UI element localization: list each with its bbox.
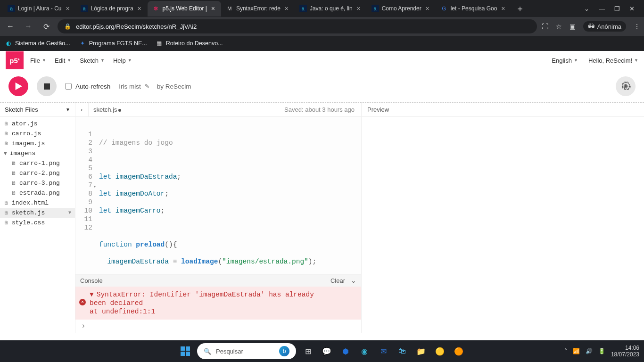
chevron-down-icon[interactable]: ⌄	[351, 277, 356, 284]
collapse-panel-button[interactable]: ‹	[75, 103, 89, 117]
pencil-icon[interactable]: ✎	[145, 83, 149, 90]
forward-button[interactable]: →	[22, 20, 35, 33]
browser-tab[interactable]: a Login | Alura - Cu ×	[3, 1, 76, 16]
tray-chevron-icon[interactable]: ˄	[564, 348, 567, 354]
file-item[interactable]: 🗎estrada.png	[0, 188, 75, 198]
maximize-icon[interactable]: ❐	[614, 5, 620, 12]
bing-icon[interactable]: b	[279, 346, 289, 356]
edge-icon[interactable]: ◉	[357, 344, 372, 358]
wifi-icon[interactable]: 📶	[573, 348, 580, 354]
code-editor[interactable]: 1234567▾89101112 // imagens do jogo let …	[75, 117, 361, 274]
file-item[interactable]: 🗎carro-2.png	[0, 168, 75, 178]
browser-tab-active[interactable]: ✲ p5.js Web Editor | ×	[148, 1, 221, 16]
browser-tab[interactable]: a Como Aprender ×	[367, 1, 436, 16]
mail-icon[interactable]: ✉	[376, 344, 390, 358]
chevron-down-icon[interactable]: ▼	[68, 210, 71, 215]
chevron-down-icon[interactable]: ⌄	[584, 5, 589, 12]
bookmark-item[interactable]: ✦ Programa FGTS NE...	[79, 40, 147, 47]
battery-icon[interactable]: 🔋	[598, 348, 605, 354]
chrome-icon[interactable]: 🟡	[433, 344, 447, 358]
reload-button[interactable]: ⟳	[40, 20, 53, 33]
file-item[interactable]: 🗎carro.js	[0, 129, 75, 139]
close-icon[interactable]: ×	[210, 5, 216, 12]
file-item-active[interactable]: 🗎sketch.js▼	[0, 208, 75, 218]
dropbox-icon[interactable]: ⬢	[339, 344, 353, 358]
close-icon[interactable]: ×	[65, 5, 71, 12]
file-icon: 🗎	[4, 121, 9, 127]
tab-title: Como Aprender	[382, 5, 421, 12]
new-tab-button[interactable]: ＋	[511, 3, 529, 14]
file-item[interactable]: 🗎imagem.js	[0, 139, 75, 148]
checkbox-icon[interactable]	[65, 83, 72, 90]
play-button[interactable]	[8, 76, 28, 96]
sidepanel-icon[interactable]: ▣	[570, 23, 576, 30]
close-window-icon[interactable]: ✕	[629, 5, 635, 12]
folder-item[interactable]: ▼imagens	[0, 148, 75, 158]
browser-tab[interactable]: a Java: o que é, lin ×	[295, 1, 367, 16]
chevron-down-icon[interactable]: ▼	[66, 107, 70, 112]
stop-button[interactable]	[37, 76, 57, 96]
bookmark-icon: ✦	[79, 40, 86, 47]
browser-tab[interactable]: G let - Pesquisa Goo ×	[436, 1, 512, 16]
bookmark-icon: ▦	[156, 40, 163, 47]
task-view-icon[interactable]: ⊞	[301, 344, 315, 358]
star-icon[interactable]: ☆	[556, 23, 562, 30]
kebab-menu-icon[interactable]: ⋮	[634, 23, 640, 30]
menu-sketch[interactable]: Sketch▼	[80, 57, 105, 64]
author-label: by ReSecim	[157, 83, 191, 90]
chat-icon[interactable]: 💬	[320, 344, 334, 358]
bookmarks-bar: ◐ Sistema de Gestão... ✦ Programa FGTS N…	[0, 36, 644, 51]
search-icon: 🔍	[204, 348, 211, 355]
browser-tab[interactable]: a Lógica de progra ×	[76, 1, 148, 16]
browser-tab[interactable]: M SyntaxError: rede ×	[221, 1, 295, 16]
file-item[interactable]: 🗎carro-3.png	[0, 178, 75, 188]
profile-chip[interactable]: 🕶 Anônima	[583, 21, 626, 32]
console-input[interactable]: ›	[75, 320, 361, 333]
start-button[interactable]	[178, 344, 192, 358]
incognito-icon: 🕶	[588, 23, 594, 30]
explorer-icon[interactable]: 📁	[414, 344, 428, 358]
close-icon[interactable]: ×	[424, 5, 431, 12]
settings-button[interactable]	[616, 76, 636, 96]
mdn-icon: M	[226, 5, 233, 12]
store-icon[interactable]: 🛍	[395, 344, 409, 358]
menu-file[interactable]: File▼	[30, 57, 46, 64]
chrome-canary-icon[interactable]: 🟠	[452, 344, 466, 358]
close-icon[interactable]: ×	[136, 5, 143, 12]
file-icon: 🗎	[4, 220, 9, 226]
bookmark-item[interactable]: ▦ Roteiro do Desenvo...	[156, 40, 223, 47]
file-icon: 🗎	[11, 170, 17, 176]
menu-edit[interactable]: Edit▼	[55, 57, 71, 64]
close-icon[interactable]: ×	[500, 5, 506, 12]
minimize-icon[interactable]: ―	[599, 5, 605, 12]
menu-help[interactable]: Help▼	[113, 57, 132, 64]
console-title: Console	[80, 277, 103, 284]
p5-logo[interactable]: p5*	[6, 51, 24, 69]
menu-language[interactable]: English▼	[552, 57, 578, 64]
file-item[interactable]: 🗎style.css	[0, 218, 75, 228]
file-item[interactable]: 🗎carro-1.png	[0, 158, 75, 168]
bookmark-item[interactable]: ◐ Sistema de Gestão...	[5, 40, 70, 47]
clear-console-button[interactable]: Clear	[330, 277, 345, 284]
sketch-files-header[interactable]: Sketch Files ▼	[0, 103, 75, 117]
file-icon: 🗎	[4, 140, 9, 147]
svg-marker-0	[16, 82, 22, 90]
volume-icon[interactable]: 🔊	[586, 348, 593, 354]
close-icon[interactable]: ×	[283, 5, 290, 12]
translate-icon[interactable]: ⛶	[542, 23, 548, 30]
error-icon: ✕	[79, 299, 86, 305]
sketch-name-label[interactable]: Iris mist	[119, 83, 141, 90]
close-icon[interactable]: ×	[355, 5, 362, 12]
file-item[interactable]: 🗎index.html	[0, 198, 75, 208]
file-item[interactable]: 🗎ator.js	[0, 119, 75, 129]
clock[interactable]: 14:06 18/07/2023	[611, 345, 639, 358]
menu-user[interactable]: Hello, ReSecim!▼	[588, 57, 638, 64]
back-button[interactable]: ←	[4, 20, 17, 33]
taskbar-search[interactable]: 🔍 Pesquisar b	[197, 343, 296, 359]
address-bar[interactable]: 🔒 editor.p5js.org/ReSecim/sketches/nR_Jj…	[58, 19, 537, 33]
svg-rect-2	[181, 346, 185, 351]
auto-refresh-toggle[interactable]: Auto-refresh	[65, 83, 110, 90]
unsaved-dot-icon	[118, 109, 121, 112]
saved-status: Saved: about 3 hours ago	[284, 106, 361, 113]
code-content[interactable]: // imagens do jogo let imagemDaEstrada; …	[95, 117, 316, 274]
